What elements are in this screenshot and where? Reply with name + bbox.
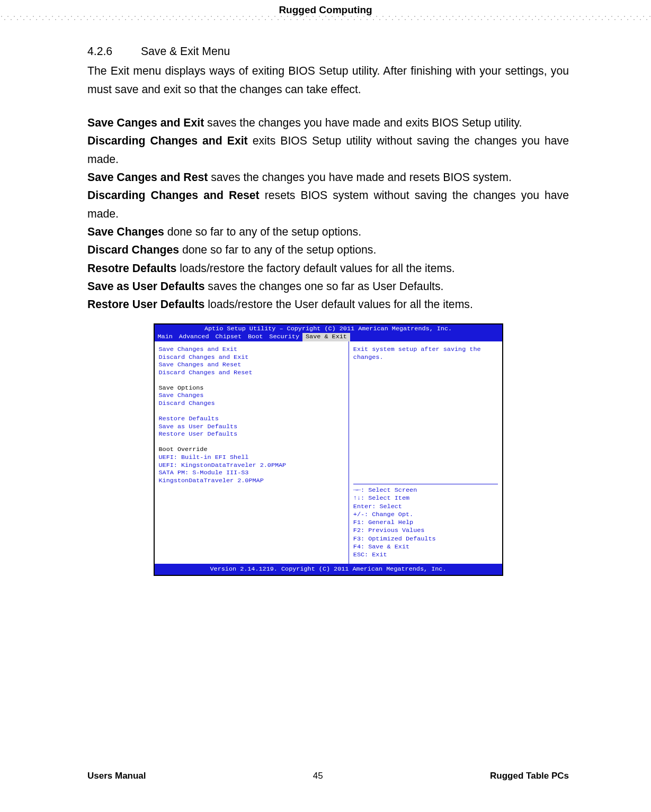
bios-key-f3: F3: Optimized Defaults — [353, 535, 498, 543]
bios-group-exit: Save Changes and Exit Discard Changes an… — [159, 346, 344, 377]
bios-help-text: Exit system setup after saving the chang… — [353, 346, 498, 362]
bios-group-header-boot-override: Boot Override — [159, 446, 344, 454]
bios-option-restore-defaults[interactable]: Restore Defaults — [159, 415, 344, 423]
definition-term: Save as User Defaults — [87, 280, 204, 292]
bios-option-discard-changes[interactable]: Discard Changes — [159, 400, 344, 408]
section-number: 4.2.6 — [87, 42, 138, 61]
bios-body: Save Changes and Exit Discard Changes an… — [155, 341, 502, 564]
bios-key-f1: F1: General Help — [353, 519, 498, 527]
bios-option-save-changes[interactable]: Save Changes — [159, 392, 344, 400]
bios-tab-save-exit[interactable]: Save & Exit — [302, 333, 350, 341]
page-footer: Users Manual 45 Rugged Table PCs — [87, 771, 569, 781]
bios-footer: Version 2.14.1219. Copyright (C) 2011 Am… — [155, 564, 502, 575]
bios-key-select-item: ↑↓: Select Item — [353, 494, 498, 502]
footer-left: Users Manual — [87, 771, 146, 781]
bios-tab-boot[interactable]: Boot — [245, 333, 266, 341]
bios-key-esc: ESC: Exit — [353, 551, 498, 559]
bios-option-restore-user-defaults[interactable]: Restore User Defaults — [159, 430, 344, 438]
bios-option-save-reset[interactable]: Save Changes and Reset — [159, 361, 344, 369]
bios-group-boot-override: Boot Override UEFI: Built-in EFI Shell U… — [159, 446, 344, 485]
definition-term: Discard Changes — [87, 243, 179, 256]
definition-item: Resotre Defaults loads/restore the facto… — [87, 259, 569, 277]
bios-tab-advanced[interactable]: Advanced — [176, 333, 212, 341]
bios-tab-chipset[interactable]: Chipset — [212, 333, 245, 341]
bios-option-uefi-kingston[interactable]: UEFI: KingstonDataTraveler 2.0PMAP — [159, 462, 344, 470]
definition-term: Restore User Defaults — [87, 298, 204, 310]
definition-item: Save Canges and Exit saves the changes y… — [87, 114, 569, 132]
bios-group-header-save-options: Save Options — [159, 384, 344, 392]
definition-text: done so far to any of the setup options. — [164, 225, 361, 238]
definition-term: Save Canges and Exit — [87, 116, 204, 129]
bios-key-change-opt: +/-: Change Opt. — [353, 511, 498, 519]
definition-text: saves the changes one so far as User Def… — [204, 280, 443, 292]
bios-tab-security[interactable]: Security — [266, 333, 302, 341]
bios-option-uefi-shell[interactable]: UEFI: Built-in EFI Shell — [159, 454, 344, 462]
bios-key-select-screen: →←: Select Screen — [353, 486, 498, 494]
page-content: 4.2.6 Save & Exit Menu The Exit menu dis… — [87, 42, 569, 576]
definition-item: Discard Changes done so far to any of th… — [87, 241, 569, 259]
header-title: Rugged Computing — [279, 4, 372, 15]
bios-left-pane: Save Changes and Exit Discard Changes an… — [155, 341, 349, 564]
footer-right: Rugged Table PCs — [490, 771, 569, 781]
bios-group-defaults: Restore Defaults Save as User Defaults R… — [159, 415, 344, 438]
bios-option-discard-reset[interactable]: Discard Changes and Reset — [159, 369, 344, 377]
definition-term: Save Changes — [87, 225, 164, 238]
bios-screenshot: Aptio Setup Utility – Copyright (C) 2011… — [154, 323, 503, 576]
bios-option-save-user-defaults[interactable]: Save as User Defaults — [159, 423, 344, 431]
bios-help-separator: →←: Select Screen ↑↓: Select Item Enter:… — [353, 484, 498, 560]
definition-text: saves the changes you have made and exit… — [204, 116, 522, 129]
definition-text: done so far to any of the setup options. — [179, 243, 376, 256]
definition-text: saves the changes you have made and rese… — [208, 171, 512, 183]
definition-text: loads/restore the User default values fo… — [204, 298, 472, 310]
bios-option-kingston[interactable]: KingstonDataTraveler 2.0PMAP — [159, 477, 344, 485]
definition-term: Discarding Changes and Exit — [87, 134, 248, 147]
bios-screenshot-wrap: Aptio Setup Utility – Copyright (C) 2011… — [87, 323, 569, 576]
bios-option-sata-smodule[interactable]: SATA PM: S-Module III-S3 — [159, 469, 344, 477]
section-title: Save & Exit Menu — [141, 45, 230, 57]
definition-text: loads/restore the factory default values… — [176, 262, 454, 274]
definition-term: Save Canges and Rest — [87, 171, 208, 183]
definitions-block: Save Canges and Exit saves the changes y… — [87, 114, 569, 314]
bios-tab-main[interactable]: Main — [155, 333, 176, 341]
definition-term: Resotre Defaults — [87, 262, 176, 274]
definition-item: Save Canges and Rest saves the changes y… — [87, 168, 569, 186]
footer-page-number: 45 — [313, 771, 323, 781]
bios-key-enter: Enter: Select — [353, 503, 498, 511]
definition-item: Save as User Defaults saves the changes … — [87, 277, 569, 295]
definition-item: Discarding Changes and Exit exits BIOS S… — [87, 132, 569, 168]
header-border-pattern — [0, 15, 651, 24]
bios-tabs: Main Advanced Chipset Boot Security Save… — [155, 333, 502, 341]
definition-item: Discarding Changes and Reset resets BIOS… — [87, 186, 569, 223]
bios-option-discard-exit[interactable]: Discard Changes and Exit — [159, 354, 344, 362]
definition-term: Discarding Changes and Reset — [87, 189, 260, 201]
bios-help-keys: →←: Select Screen ↑↓: Select Item Enter:… — [353, 486, 498, 560]
bios-key-f2: F2: Previous Values — [353, 527, 498, 535]
bios-right-pane: Exit system setup after saving the chang… — [349, 341, 502, 564]
page-header: Rugged Computing — [0, 4, 651, 16]
bios-key-f4: F4: Save & Exit — [353, 543, 498, 551]
bios-group-save-options: Save Options Save Changes Discard Change… — [159, 384, 344, 408]
section-heading: 4.2.6 Save & Exit Menu — [87, 42, 569, 61]
bios-titlebar: Aptio Setup Utility – Copyright (C) 2011… — [155, 324, 502, 333]
definition-item: Restore User Defaults loads/restore the … — [87, 295, 569, 313]
section-intro: The Exit menu displays ways of exiting B… — [87, 62, 569, 99]
bios-option-save-exit[interactable]: Save Changes and Exit — [159, 346, 344, 354]
definition-item: Save Changes done so far to any of the s… — [87, 223, 569, 241]
